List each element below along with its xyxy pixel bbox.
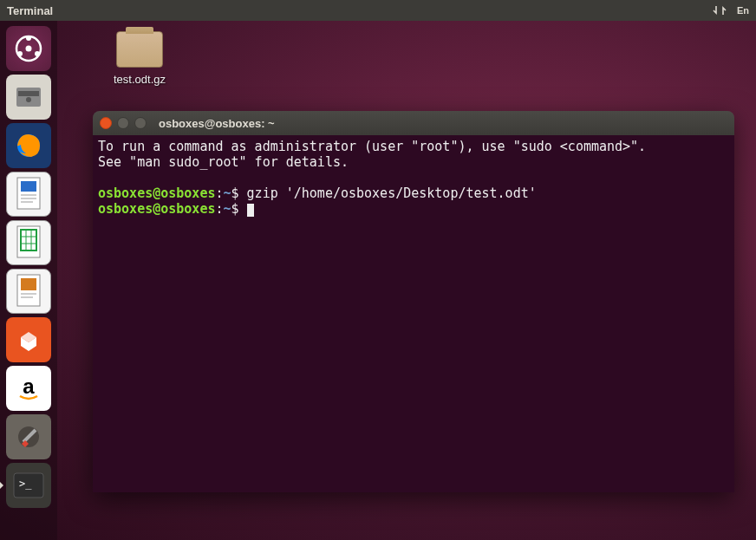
prompt-user: osboxes [98, 201, 153, 217]
prompt-host: osboxes [160, 201, 215, 217]
terminal-title: osboxes@osboxes: ~ [159, 117, 275, 130]
window-close-button[interactable] [100, 117, 112, 129]
svg-point-3 [17, 51, 23, 56]
launcher-settings[interactable] [6, 414, 51, 459]
top-menubar: Terminal En [0, 0, 756, 21]
desktop-file-label: test.odt.gz [114, 73, 166, 86]
launcher-firefox[interactable] [6, 123, 51, 168]
launcher-amazon[interactable]: a [6, 366, 51, 411]
svg-rect-10 [21, 181, 36, 192]
prompt-host: osboxes [160, 185, 215, 201]
terminal-welcome-1: To run a command as administrator (user … [98, 139, 646, 154]
svg-point-2 [26, 36, 31, 41]
svg-point-7 [26, 97, 31, 102]
launcher-terminal[interactable]: >_ [6, 463, 51, 508]
terminal-body[interactable]: To run a command as administrator (user … [93, 135, 734, 492]
network-icon[interactable] [713, 4, 727, 16]
window-minimize-button[interactable] [117, 117, 129, 129]
window-maximize-button[interactable] [134, 117, 147, 129]
prompt-user: osboxes [98, 185, 153, 201]
launcher-writer[interactable] [6, 172, 51, 217]
archive-icon [116, 31, 163, 68]
terminal-cursor [247, 204, 254, 217]
prompt-path: ~ [224, 185, 231, 201]
desktop-file-icon[interactable]: test.odt.gz [96, 31, 183, 86]
desktop-area[interactable]: test.odt.gz osboxes@osboxes: ~ To run a … [57, 21, 756, 540]
unity-launcher: a >_ [0, 21, 57, 540]
svg-point-1 [26, 46, 32, 52]
terminal-titlebar[interactable]: osboxes@osboxes: ~ [93, 111, 734, 135]
svg-text:a: a [23, 374, 35, 398]
svg-rect-6 [18, 91, 39, 96]
terminal-welcome-2: See "man sudo_root" for details. [98, 154, 349, 170]
prompt-path: ~ [224, 201, 231, 217]
language-indicator[interactable]: En [737, 5, 749, 16]
indicator-area: En [713, 4, 749, 16]
svg-text:>_: >_ [19, 478, 32, 490]
launcher-impress[interactable] [6, 269, 51, 314]
svg-rect-21 [21, 278, 36, 290]
launcher-calc[interactable] [6, 220, 51, 265]
launcher-files[interactable] [6, 75, 51, 120]
terminal-window: osboxes@osboxes: ~ To run a command as a… [93, 111, 734, 492]
command-text: gzip '/home/osboxes/Desktop/test.odt' [247, 185, 537, 201]
svg-point-4 [35, 51, 40, 56]
launcher-software[interactable] [6, 317, 51, 362]
launcher-dash[interactable] [6, 26, 51, 71]
app-name: Terminal [7, 4, 53, 17]
